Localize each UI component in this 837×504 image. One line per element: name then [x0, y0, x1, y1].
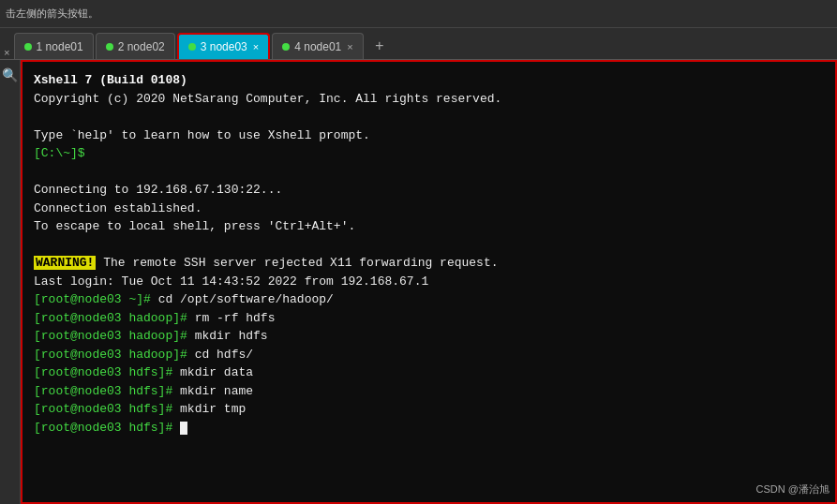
terminal-line: [root@node03 hdfs]# mkdir name	[34, 382, 824, 401]
tab-dot	[24, 43, 32, 51]
terminal-line: [root@node03 hdfs]# mkdir data	[34, 363, 824, 382]
search-icon-bar: 🔍	[0, 60, 21, 504]
tab-label: 4 node01	[294, 40, 341, 53]
terminal-line: Last login: Tue Oct 11 14:43:52 2022 fro…	[34, 273, 824, 291]
terminal-blank	[34, 163, 824, 182]
terminal-line: Xshell 7 (Build 0108)	[34, 71, 824, 90]
terminal-blank	[34, 108, 824, 126]
tab-dot	[106, 43, 113, 51]
terminal-line: To escape to local shell, press 'Ctrl+Al…	[34, 217, 824, 236]
terminal-line: [root@node03 ~]# cd /opt/software/hadoop…	[34, 290, 824, 309]
top-bar: 击左侧的箭头按钮。	[0, 0, 837, 28]
tab-label: 3 node03	[201, 40, 247, 53]
tab-node01-1[interactable]: 1 node01	[14, 33, 94, 59]
terminal-line: [root@node03 hadoop]# rm -rf hdfs	[34, 309, 824, 328]
tab-dot	[188, 43, 196, 51]
tab-bar: × 1 node01 2 node02 3 node03 × 4 node01 …	[0, 28, 837, 60]
watermark: CSDN @潘治旭	[756, 482, 830, 497]
terminal-line-warning: WARNING! The remote SSH server rejected …	[34, 254, 824, 273]
tab-node02[interactable]: 2 node02	[96, 33, 175, 59]
search-icon[interactable]: 🔍	[2, 67, 18, 83]
add-tab-button[interactable]: +	[367, 35, 392, 59]
terminal-line: [root@node03 hdfs]# mkdir tmp	[34, 400, 824, 419]
tab-dot	[282, 43, 290, 51]
tab-close-icon[interactable]: ×	[347, 41, 352, 52]
tab-label: 1 node01	[37, 40, 83, 53]
tab-label: 2 node02	[118, 40, 165, 53]
terminal-wrapper: 🔍 Xshell 7 (Build 0108) Copyright (c) 20…	[0, 60, 837, 504]
top-bar-text: 击左侧的箭头按钮。	[6, 7, 98, 21]
terminal-line: [C:\~]$	[34, 144, 824, 163]
terminal-line-cursor: [root@node03 hdfs]#	[34, 419, 824, 437]
terminal-blank	[34, 236, 824, 255]
terminal-line: Connecting to 192.168.67.130:22...	[34, 181, 824, 200]
terminal-line: Connection established.	[34, 200, 824, 218]
tab-close-icon[interactable]: ×	[253, 41, 259, 52]
terminal-line: [root@node03 hadoop]# mkdir hdfs	[34, 327, 824, 346]
terminal-output[interactable]: Xshell 7 (Build 0108) Copyright (c) 2020…	[21, 60, 837, 504]
xshell-version: Xshell 7 (Build 0108)	[34, 73, 187, 87]
terminal-line: [root@node03 hadoop]# cd hdfs/	[34, 346, 824, 364]
global-close-x[interactable]: ×	[4, 48, 10, 59]
prompt-home: [C:\~]$	[34, 146, 85, 160]
terminal-cursor	[180, 422, 187, 435]
terminal-line: Copyright (c) 2020 NetSarang Computer, I…	[34, 90, 824, 109]
warning-badge: WARNING!	[34, 256, 96, 270]
tab-node03[interactable]: 3 node03 ×	[177, 33, 271, 59]
terminal-line: Type `help' to learn how to use Xshell p…	[34, 126, 824, 145]
tab-node01-4[interactable]: 4 node01 ×	[272, 33, 364, 59]
